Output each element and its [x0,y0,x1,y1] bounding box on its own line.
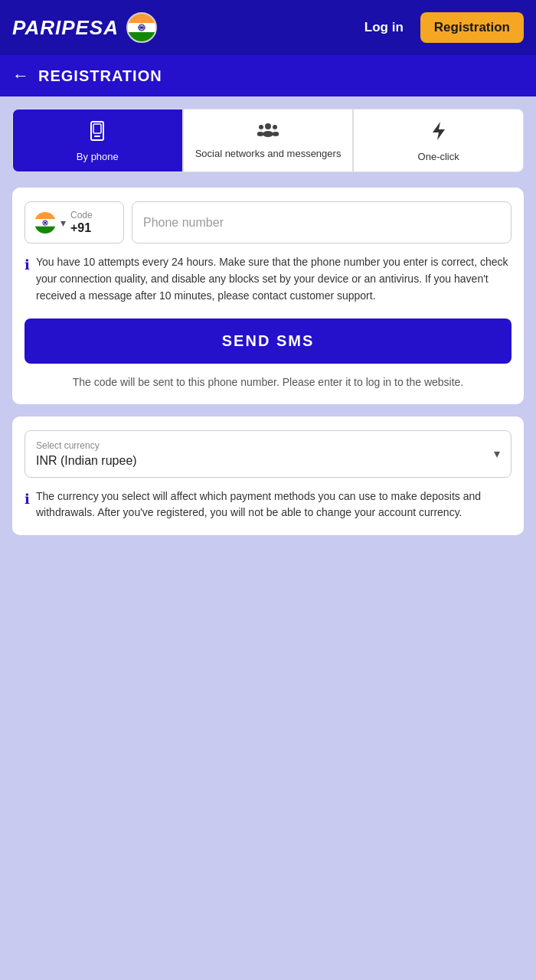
svg-point-21 [257,132,264,136]
code-hint: The code will be sent to this phone numb… [25,374,511,390]
currency-card: Select currency INR (Indian rupee) ▾ ℹ T… [12,416,524,535]
svg-rect-25 [34,212,56,219]
phone-row: ▾ Code +91 [25,201,511,244]
svg-rect-16 [94,136,100,137]
currency-info: ℹ The currency you select will affect wh… [25,488,511,521]
tab-one-click-label: One-click [418,151,459,164]
login-button[interactable]: Log in [355,14,413,41]
logo: PARIPESA [12,16,119,40]
svg-point-23 [272,132,279,136]
page-title-bar: ← REGISTRATION [0,55,536,96]
code-text: Code [70,210,93,220]
phone-icon [87,120,108,146]
page-title: REGISTRATION [38,67,162,85]
currency-info-icon: ℹ [25,489,30,521]
back-button[interactable]: ← [12,66,29,86]
svg-rect-2 [128,32,155,41]
svg-rect-17 [93,124,101,133]
svg-rect-0 [128,14,155,23]
header-left: PARIPESA [12,12,157,43]
tab-social-label: Social networks and messengers [195,148,342,161]
country-flag [126,12,157,43]
header-right: Log in Registration [355,12,524,43]
svg-marker-24 [433,122,445,140]
svg-point-20 [259,125,263,129]
tab-by-phone[interactable]: By phone [12,109,183,172]
phone-input[interactable] [132,201,511,244]
bolt-icon [430,120,448,146]
code-label: Code +91 [70,210,93,236]
tab-one-click[interactable]: One-click [353,109,524,172]
attempts-info-text: You have 10 attempts every 24 hours. Mak… [36,254,511,304]
tab-row: By phone Social networks and messengers [12,109,524,172]
currency-selector[interactable]: Select currency INR (Indian rupee) ▾ [25,430,511,478]
attempts-info: ℹ You have 10 attempts every 24 hours. M… [25,254,511,304]
country-code-selector[interactable]: ▾ Code +91 [25,201,124,244]
tab-social[interactable]: Social networks and messengers [183,109,354,172]
content: By phone Social networks and messengers [0,96,536,560]
svg-point-18 [265,123,271,129]
header: PARIPESA [0,0,536,55]
svg-point-22 [273,125,277,129]
registration-button[interactable]: Registration [420,12,524,43]
currency-value: INR (Indian rupee) [36,454,137,468]
svg-rect-27 [34,226,56,233]
country-flag-small [34,212,56,234]
social-icon [257,120,279,143]
currency-info-text: The currency you select will affect whic… [36,488,511,521]
currency-label: Select currency [36,440,137,451]
tab-by-phone-label: By phone [77,151,119,164]
chevron-down-icon: ▾ [60,217,66,229]
info-icon: ℹ [25,255,30,304]
send-sms-button[interactable]: SEND SMS [25,318,511,364]
code-value: +91 [70,220,93,235]
svg-point-19 [263,131,273,137]
currency-selector-content: Select currency INR (Indian rupee) [36,440,137,468]
phone-form-card: ▾ Code +91 ℹ You have 10 attempts every … [12,188,524,404]
chevron-down-currency-icon: ▾ [494,446,500,461]
